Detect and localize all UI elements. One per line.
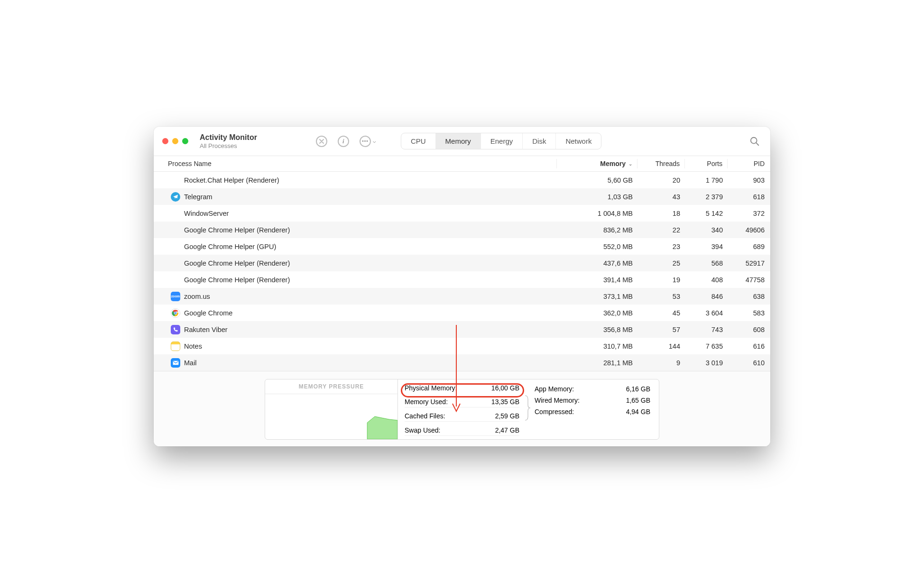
row-icon-cell	[154, 342, 184, 351]
table-row[interactable]: Rocket.Chat Helper (Renderer)5,60 GB201 …	[154, 172, 770, 188]
table-row[interactable]: Google Chrome Helper (Renderer)437,6 MB2…	[154, 255, 770, 271]
table-row[interactable]: Notes310,7 MB1447 635616	[154, 338, 770, 354]
process-name: Google Chrome Helper (GPU)	[184, 243, 557, 250]
close-window-button[interactable]	[162, 138, 168, 144]
table-row[interactable]: Google Chrome Helper (Renderer)836,2 MB2…	[154, 222, 770, 238]
col-memory[interactable]: Memory ⌄	[557, 159, 638, 168]
col-ports[interactable]: Ports	[685, 159, 728, 168]
process-pid: 608	[728, 326, 770, 333]
process-pid: 616	[728, 342, 770, 350]
tab-energy[interactable]: Energy	[481, 133, 523, 149]
mail-icon	[171, 358, 180, 368]
process-ports: 408	[685, 276, 728, 284]
table-row[interactable]: WindowServer1 004,8 MB185 142372	[154, 205, 770, 222]
process-memory: 356,8 MB	[557, 326, 638, 333]
process-ports: 846	[685, 293, 728, 300]
zoom-icon: zoom	[171, 292, 180, 301]
app-memory-value: 6,16 GB	[626, 385, 650, 393]
memory-stats-box: MEMORY PRESSURE Physical Memory: 16,00 G…	[265, 379, 659, 440]
table-row[interactable]: Google Chrome Helper (GPU)552,0 MB233946…	[154, 238, 770, 255]
col-memory-label: Memory	[600, 160, 626, 167]
process-pid: 47758	[728, 276, 770, 284]
process-pid: 638	[728, 293, 770, 300]
process-name: Google Chrome Helper (Renderer)	[184, 259, 557, 267]
table-row[interactable]: Mail281,1 MB93 019610	[154, 354, 770, 371]
process-memory: 391,4 MB	[557, 276, 638, 284]
compressed-value: 4,94 GB	[626, 408, 650, 416]
process-ports: 743	[685, 326, 728, 333]
process-memory: 5,60 GB	[557, 176, 638, 184]
process-pid: 583	[728, 309, 770, 317]
process-name: zoom.us	[184, 293, 557, 300]
info-button[interactable]: i	[338, 136, 349, 147]
col-process-name[interactable]: Process Name	[154, 159, 557, 168]
tab-disk[interactable]: Disk	[523, 133, 556, 149]
process-pid: 689	[728, 243, 770, 250]
col-threads[interactable]: Threads	[638, 159, 685, 168]
minimize-window-button[interactable]	[172, 138, 178, 144]
cached-files-label: Cached Files:	[405, 412, 445, 420]
process-name: Google Chrome Helper (Renderer)	[184, 226, 557, 234]
table-row[interactable]: Rakuten Viber356,8 MB57743608	[154, 321, 770, 338]
process-threads: 23	[638, 243, 685, 250]
process-ports: 3 604	[685, 309, 728, 317]
process-name: Notes	[184, 342, 557, 350]
table-row[interactable]: zoomzoom.us373,1 MB53846638	[154, 288, 770, 305]
process-threads: 57	[638, 326, 685, 333]
process-memory: 362,0 MB	[557, 309, 638, 317]
process-memory: 373,1 MB	[557, 293, 638, 300]
process-threads: 25	[638, 259, 685, 267]
titlebar: Activity Monitor All Processes i ••• ⌵ C…	[154, 127, 770, 156]
stop-process-button[interactable]	[316, 136, 327, 147]
telegram-icon	[171, 192, 180, 202]
process-ports: 340	[685, 226, 728, 234]
traffic-lights	[162, 138, 188, 144]
row-icon-cell	[154, 259, 184, 268]
process-name: Rakuten Viber	[184, 326, 557, 333]
process-pid: 49606	[728, 226, 770, 234]
toolbar-icons: i ••• ⌵	[316, 136, 376, 147]
fullscreen-window-button[interactable]	[182, 138, 188, 144]
process-pid: 372	[728, 210, 770, 217]
col-pid[interactable]: PID	[728, 159, 770, 168]
process-ports: 7 635	[685, 342, 728, 350]
process-threads: 144	[638, 342, 685, 350]
wired-memory-value: 1,65 GB	[626, 397, 650, 404]
search-button[interactable]	[749, 136, 760, 147]
cached-files-value: 2,59 GB	[495, 412, 519, 420]
process-pid: 618	[728, 193, 770, 201]
more-menu-button[interactable]: ••• ⌵	[360, 136, 376, 147]
table-row[interactable]: Google Chrome362,0 MB453 604583	[154, 305, 770, 321]
row-icon-cell	[154, 225, 184, 235]
process-memory: 1,03 GB	[557, 193, 638, 201]
swap-used-value: 2,47 GB	[495, 426, 519, 434]
process-memory: 437,6 MB	[557, 259, 638, 267]
process-threads: 9	[638, 359, 685, 367]
memory-stats-secondary: App Memory: 6,16 GB Wired Memory: 1,65 G…	[526, 379, 659, 439]
process-pid: 903	[728, 176, 770, 184]
process-ports: 5 142	[685, 210, 728, 217]
more-icon: •••	[362, 139, 369, 144]
process-threads: 22	[638, 226, 685, 234]
row-icon-cell: zoom	[154, 292, 184, 301]
tab-network[interactable]: Network	[556, 133, 601, 149]
process-threads: 18	[638, 210, 685, 217]
tab-memory[interactable]: Memory	[436, 133, 481, 149]
process-threads: 43	[638, 193, 685, 201]
process-memory: 281,1 MB	[557, 359, 638, 367]
table-row[interactable]: Telegram1,03 GB432 379618	[154, 188, 770, 205]
process-name: Mail	[184, 359, 557, 367]
title-block: Activity Monitor All Processes	[200, 133, 257, 149]
process-memory: 836,2 MB	[557, 226, 638, 234]
table-row[interactable]: Google Chrome Helper (Renderer)391,4 MB1…	[154, 271, 770, 288]
svg-point-5	[175, 312, 176, 314]
compressed-label: Compressed:	[535, 408, 574, 416]
wired-memory-label: Wired Memory:	[535, 397, 580, 404]
process-name: Rocket.Chat Helper (Renderer)	[184, 176, 557, 184]
chevron-down-icon: ⌵	[373, 138, 376, 144]
tab-cpu[interactable]: CPU	[401, 133, 436, 149]
process-pid: 610	[728, 359, 770, 367]
tab-bar: CPU Memory Energy Disk Network	[401, 133, 602, 149]
process-ports: 568	[685, 259, 728, 267]
row-icon-cell	[154, 192, 184, 202]
